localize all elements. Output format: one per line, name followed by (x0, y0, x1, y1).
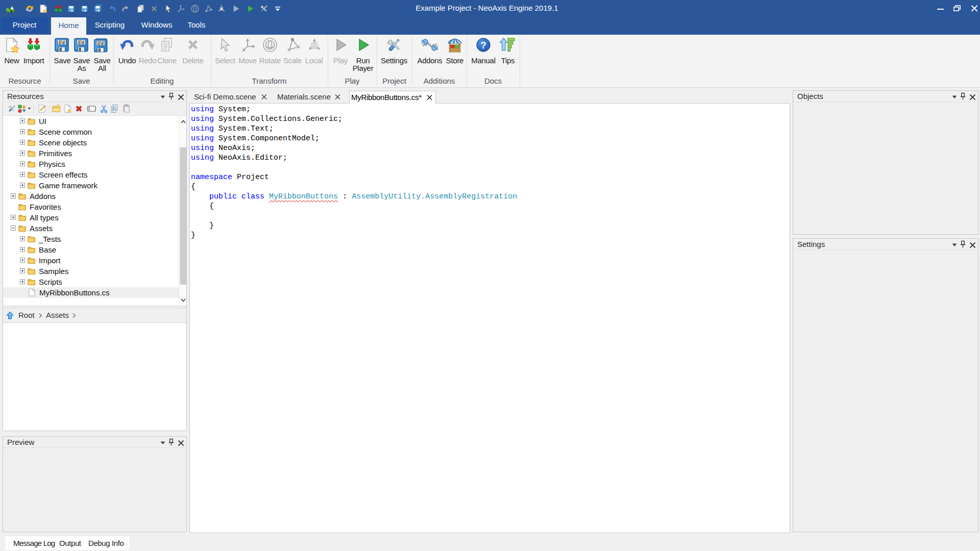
svg-text:?: ? (480, 40, 486, 51)
